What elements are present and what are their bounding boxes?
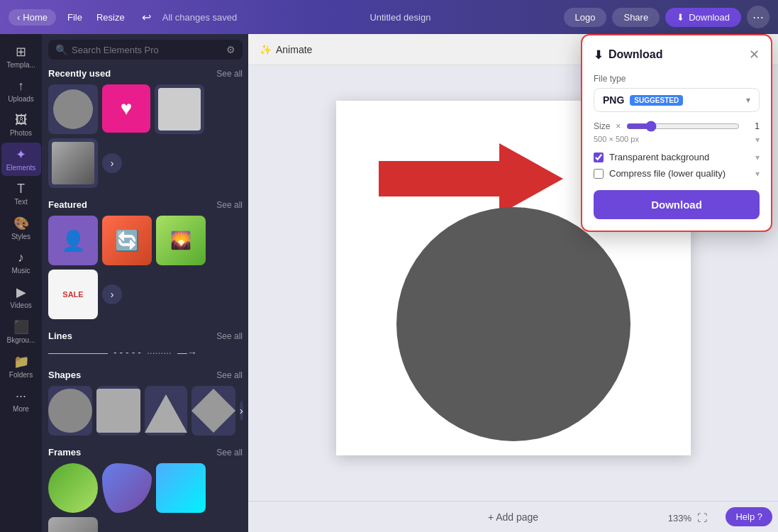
sidebar-label-music: Music bbox=[11, 267, 30, 275]
sidebar-label-photos: Photos bbox=[10, 129, 32, 137]
lines-header: Lines See all bbox=[48, 331, 243, 341]
styles-icon: 🎨 bbox=[13, 216, 29, 231]
shape-diamond-item[interactable] bbox=[191, 386, 235, 436]
size-slider[interactable] bbox=[626, 121, 740, 132]
featured-item-landscape[interactable]: 🌄 bbox=[156, 216, 206, 265]
sidebar-item-more[interactable]: ··· More bbox=[1, 384, 41, 417]
transparent-bg-checkbox[interactable] bbox=[594, 153, 604, 162]
saved-status: All changes saved bbox=[162, 12, 238, 23]
file-type-value: PNG bbox=[603, 94, 624, 106]
download-panel-button[interactable]: Download bbox=[594, 190, 760, 219]
frame-circle-1[interactable] bbox=[48, 463, 98, 513]
featured-item-boomerang[interactable]: 🔄 bbox=[102, 216, 152, 265]
panel-header: ⬇ Download ✕ bbox=[594, 47, 760, 62]
download-top-button[interactable]: ⬇ Download bbox=[665, 8, 741, 27]
frame-rect-1[interactable] bbox=[156, 463, 206, 513]
line-dashed[interactable]: - - - - - bbox=[113, 347, 141, 358]
home-button[interactable]: ‹ Home bbox=[9, 9, 56, 26]
sidebar-item-template[interactable]: ⊞ Templa... bbox=[1, 40, 41, 73]
design-title: Untitled design bbox=[369, 12, 430, 23]
line-dotted[interactable]: ········· bbox=[147, 347, 172, 358]
recently-used-item-canva[interactable]: ♥ bbox=[102, 84, 150, 133]
sidebar-label-styles: Styles bbox=[11, 233, 30, 240]
transparent-expand-icon[interactable]: ▾ bbox=[755, 153, 760, 162]
featured-next-button[interactable]: › bbox=[102, 284, 122, 304]
featured-item-sale[interactable]: SALE bbox=[48, 270, 98, 319]
line-arrow[interactable]: —→ bbox=[177, 347, 197, 358]
compress-expand-icon[interactable]: ▾ bbox=[755, 169, 760, 179]
dark-circle bbox=[396, 207, 630, 441]
size-expand-icon[interactable]: ▾ bbox=[755, 135, 760, 145]
sidebar-item-videos[interactable]: ▶ Videos bbox=[1, 280, 41, 314]
file-type-label: File type bbox=[594, 74, 760, 84]
sidebar-item-uploads[interactable]: ↑ Uploads bbox=[1, 74, 41, 107]
sidebar-item-styles[interactable]: 🎨 Styles bbox=[1, 211, 41, 245]
search-bar: 🔍 ⚙ bbox=[48, 40, 243, 60]
topbar-right: Logo Share ⬇ Download ⋯ bbox=[564, 6, 769, 28]
shape-circle-item[interactable] bbox=[48, 386, 92, 436]
compress-checkbox[interactable] bbox=[594, 169, 604, 179]
videos-icon: ▶ bbox=[16, 284, 26, 300]
recently-used-item-gradient[interactable] bbox=[48, 138, 98, 188]
featured-title: Featured bbox=[48, 199, 87, 210]
filter-icon[interactable]: ⚙ bbox=[226, 44, 235, 55]
animate-button[interactable]: ✨ Animate bbox=[260, 44, 312, 55]
panel-title: ⬇ Download bbox=[594, 48, 662, 62]
resize-button[interactable]: Resize bbox=[91, 9, 130, 26]
frames-grid: › bbox=[48, 463, 243, 532]
share-button[interactable]: Share bbox=[612, 8, 660, 27]
sidebar-item-photos[interactable]: 🖼 Photos bbox=[1, 109, 41, 141]
recently-used-header: Recently used See all bbox=[48, 68, 243, 79]
logo-button[interactable]: Logo bbox=[564, 8, 607, 27]
recently-used-next-button[interactable]: › bbox=[102, 153, 122, 173]
size-dimensions: 500 × 500 px ▾ bbox=[594, 135, 760, 143]
sidebar-item-music[interactable]: ♪ Music bbox=[1, 246, 41, 279]
featured-see-all[interactable]: See all bbox=[216, 200, 243, 210]
file-menu-button[interactable]: File bbox=[62, 9, 88, 26]
zoom-level: 133% bbox=[668, 513, 691, 523]
close-panel-button[interactable]: ✕ bbox=[749, 47, 760, 62]
sidebar-label-elements: Elements bbox=[6, 164, 36, 172]
frames-see-all[interactable]: See all bbox=[216, 448, 243, 458]
lines-title: Lines bbox=[48, 331, 72, 341]
icon-sidebar: ⊞ Templa... ↑ Uploads 🖼 Photos ✦ Element… bbox=[0, 34, 43, 532]
background-icon: ⬛ bbox=[13, 319, 29, 335]
sidebar-item-elements[interactable]: ✦ Elements bbox=[1, 143, 41, 176]
transparent-bg-label: Transparent background bbox=[609, 152, 709, 162]
more-icon: ··· bbox=[16, 389, 26, 404]
lines-see-all[interactable]: See all bbox=[216, 331, 243, 341]
sidebar-item-folders[interactable]: 📁 Folders bbox=[1, 350, 41, 383]
zoom-expand-icon[interactable]: ⛶ bbox=[697, 512, 707, 523]
shape-triangle-item[interactable] bbox=[145, 386, 187, 436]
sidebar-item-text[interactable]: T Text bbox=[1, 177, 41, 210]
recently-used-item-circle[interactable] bbox=[48, 84, 98, 134]
help-button[interactable]: Help ? bbox=[726, 507, 772, 526]
recently-used-see-all[interactable]: See all bbox=[216, 69, 243, 79]
sparkle-icon: ✨ bbox=[260, 44, 272, 55]
undo-button[interactable]: ↩ bbox=[136, 8, 157, 27]
featured-grid: 👤 🔄 🌄 SALE › bbox=[48, 216, 243, 319]
add-page-button[interactable]: + Add page bbox=[488, 511, 538, 523]
elements-icon: ✦ bbox=[16, 147, 26, 162]
featured-item-person[interactable]: 👤 bbox=[48, 216, 98, 265]
shapes-header: Shapes See all bbox=[48, 370, 243, 380]
sidebar-label-text: Text bbox=[14, 198, 27, 206]
recently-used-item-rect[interactable] bbox=[155, 84, 204, 134]
frame-blob-1[interactable] bbox=[102, 463, 152, 513]
shape-rect-item[interactable] bbox=[96, 386, 140, 436]
more-options-button[interactable]: ⋯ bbox=[747, 6, 769, 28]
sidebar-label-template: Templa... bbox=[6, 61, 35, 69]
size-dims-text: 500 × 500 px bbox=[594, 135, 639, 143]
line-solid[interactable]: —————— bbox=[48, 347, 108, 358]
size-value: 1 bbox=[745, 121, 760, 131]
frame-rect-2[interactable] bbox=[48, 517, 98, 532]
sidebar-item-background[interactable]: ⬛ Bkgrou... bbox=[1, 315, 41, 348]
compress-label: Compress file (lower quality) bbox=[609, 168, 726, 179]
shapes-see-all[interactable]: See all bbox=[216, 370, 243, 380]
download-panel: ⬇ Download ✕ File type PNG SUGGESTED ▾ S… bbox=[581, 34, 772, 232]
search-input[interactable] bbox=[72, 45, 222, 55]
shapes-next-button[interactable]: › bbox=[240, 401, 243, 421]
suggested-badge: SUGGESTED bbox=[630, 95, 683, 106]
photos-icon: 🖼 bbox=[15, 113, 28, 128]
file-type-selector[interactable]: PNG SUGGESTED ▾ bbox=[594, 88, 760, 112]
